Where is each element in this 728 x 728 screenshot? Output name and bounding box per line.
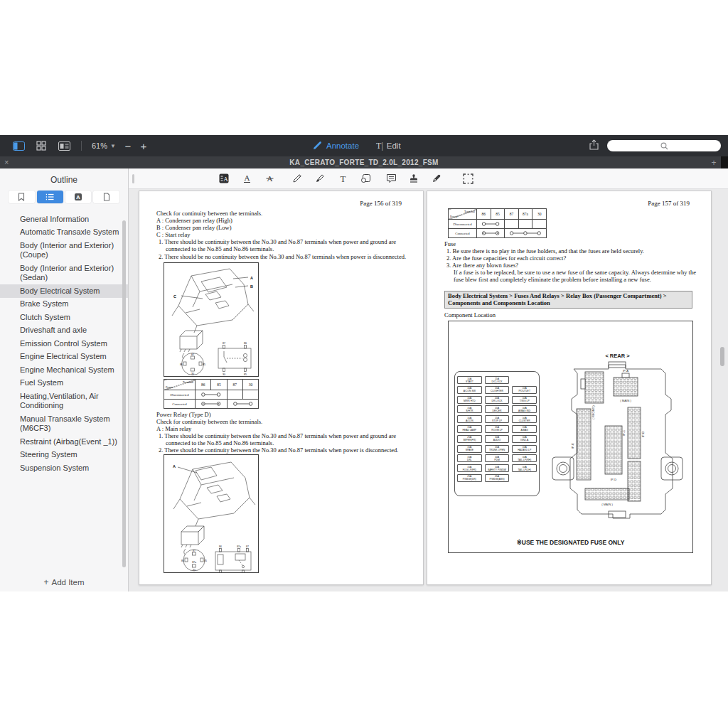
tab-outline[interactable] xyxy=(37,191,63,203)
svg-text:87: 87 xyxy=(246,545,249,548)
annotate-pen-icon xyxy=(313,141,323,150)
fuse-cell: 15AHAZARD LP xyxy=(512,445,537,453)
outline-item[interactable]: Automatic Transaxle System xyxy=(0,226,128,240)
tab-bookmarks[interactable] xyxy=(9,191,35,203)
fuse-cell: 15AS/HTR xyxy=(457,405,482,413)
svg-text:A: A xyxy=(173,464,176,469)
outline-item[interactable]: Restraint (Airbag(Event _1)) xyxy=(0,435,128,449)
search-input[interactable] xyxy=(607,140,721,151)
outline-item[interactable]: Brake System xyxy=(0,298,128,311)
svg-text:85: 85 xyxy=(203,363,205,366)
outline-item[interactable]: Body (Interior and Exterior) (Sedan) xyxy=(0,262,128,284)
new-tab-button[interactable]: + xyxy=(707,158,721,168)
fuse-cell: 15AROOM LP xyxy=(485,425,510,433)
zoom-out-button[interactable]: − xyxy=(120,140,136,152)
toolbar-divider xyxy=(81,141,82,151)
shapes-tool-button[interactable] xyxy=(358,171,373,186)
underline-tool-button[interactable]: A xyxy=(239,171,255,186)
outline-item[interactable]: General Information xyxy=(0,213,128,226)
annotation-badge-icon: A xyxy=(74,193,82,201)
pencil-tool-button[interactable] xyxy=(289,171,305,186)
component-location-label: Component Location xyxy=(444,311,496,318)
relay-location-diagram-1: A B C 87 xyxy=(164,262,259,377)
edit-mode-button[interactable]: T| Edit xyxy=(376,141,401,151)
main-content: Outline A General InformationAutomatic T… xyxy=(0,168,728,592)
relay-def-line: A : Condenser pan relay (High) xyxy=(156,217,410,224)
tab-close-button[interactable]: × xyxy=(4,156,9,168)
tab-bar-corner xyxy=(721,156,728,168)
outline-item[interactable]: Engine Electrical System xyxy=(0,350,128,364)
outline-item[interactable]: Manual Transaxle System (M6CF3) xyxy=(0,412,128,435)
outline-item[interactable]: Heating,Ventilation, Air Conditioning xyxy=(0,390,128,412)
outline-item[interactable]: Suspension System xyxy=(0,461,128,475)
outline-item[interactable]: Driveshaft and axle xyxy=(0,324,128,338)
outline-sidebar: Outline A General InformationAutomatic T… xyxy=(0,168,129,592)
svg-text:30: 30 xyxy=(191,373,194,375)
outline-item[interactable]: Steering System xyxy=(0,449,128,462)
reading-view-icon xyxy=(58,141,70,151)
tab-bar: × KA_CERATO_FORTE_TD_2.0L_2012_FSM + xyxy=(0,156,728,168)
add-item-button[interactable]: +Add Item xyxy=(0,577,128,587)
edit-label: Edit xyxy=(387,141,401,150)
outline-item[interactable]: Engine Mechanical System xyxy=(0,363,128,377)
pdf-page-157[interactable]: Page 157 of 319 TerminalPower 86 85 87 8… xyxy=(427,191,712,585)
fuse-cell: 10AA/CON SW xyxy=(457,386,482,394)
tab-title[interactable]: KA_CERATO_FORTE_TD_2.0L_2012_FSM xyxy=(289,159,438,166)
comment-tool-button[interactable] xyxy=(383,171,399,186)
svg-text:IP-C: IP-C xyxy=(622,430,626,436)
svg-text:87: 87 xyxy=(191,353,194,356)
highlight-icon: A xyxy=(219,173,229,183)
relay-diagram-2-art: A xyxy=(164,455,258,572)
annotate-mode-button[interactable]: Annotate xyxy=(313,141,359,150)
marker-tool-button[interactable] xyxy=(312,171,328,186)
zoom-in-button[interactable]: + xyxy=(136,140,151,152)
outline-item[interactable]: Clutch System xyxy=(0,311,128,324)
outline-list: General InformationAutomatic Transaxle S… xyxy=(0,213,128,475)
sidebar-scrollbar[interactable] xyxy=(122,220,126,567)
outline-item[interactable]: Body (Interior and Exterior) (Coupe) xyxy=(0,239,128,262)
svg-text:86: 86 xyxy=(219,545,222,548)
fuse-check-line: 1. Be sure there is no play in the fuse … xyxy=(446,247,699,255)
document-scrollbar[interactable] xyxy=(720,347,724,366)
panel-resize-handle[interactable] xyxy=(132,174,134,183)
tab-pages[interactable] xyxy=(93,191,119,203)
share-button[interactable] xyxy=(589,139,599,153)
zoom-level-dropdown[interactable]: 61% ▼ xyxy=(92,141,116,150)
step-line: 1. There should be continuity between th… xyxy=(159,238,410,252)
svg-text:30: 30 xyxy=(193,569,196,572)
svg-text:( MAIN ): ( MAIN ) xyxy=(601,503,613,506)
tab-annotations[interactable]: A xyxy=(65,191,92,203)
svg-text:85: 85 xyxy=(244,373,247,376)
text-tool-button[interactable]: T xyxy=(335,171,350,186)
reading-view-button[interactable] xyxy=(55,139,73,152)
signature-pen-icon xyxy=(432,173,441,183)
outline-item[interactable]: Body Electrical System xyxy=(0,284,128,298)
continuity-table-1: TerminalPower 86 85 87 30 Disconnected xyxy=(164,379,259,409)
fuse-cell: 15AD/CLOCK xyxy=(485,376,510,384)
svg-text:IP-D: IP-D xyxy=(611,478,616,481)
outline-item[interactable]: Emission Control System xyxy=(0,337,128,350)
stamp-tool-button[interactable] xyxy=(406,171,422,186)
svg-text:A: A xyxy=(250,276,253,280)
fuse-cell: 10AA/BAG IND xyxy=(512,405,537,413)
pdf-page-156[interactable]: Page 156 of 319 Check for continuity bet… xyxy=(139,191,424,585)
outline-item[interactable]: Fuel System xyxy=(0,377,128,390)
zoom-level-value: 61% xyxy=(92,141,107,150)
drawing-group: T xyxy=(289,168,373,188)
page-number-label: Page 156 of 319 xyxy=(360,200,402,207)
continuity-table-2: TerminalPower 86 85 87 87a 30 Disconnect… xyxy=(448,208,547,238)
svg-text:A: A xyxy=(244,173,250,182)
fuse-cell: 15ADRL xyxy=(457,454,482,462)
fuse-panel: 10ASTART10AA/CON SW10AMIRR HTD15AS/HTR10… xyxy=(454,371,540,496)
strikethrough-tool-button[interactable]: A xyxy=(262,171,277,186)
svg-text:A: A xyxy=(76,194,80,200)
fuse-cell: 10ASTART xyxy=(457,376,482,384)
pdf-viewer-window: 61% ▼ − + Annotate T| Edit × KA_CE xyxy=(0,135,728,592)
sidebar-toggle-button[interactable] xyxy=(10,139,27,152)
signature-tool-button[interactable] xyxy=(429,171,444,186)
thumbnails-view-button[interactable] xyxy=(33,139,50,152)
page-icon xyxy=(103,193,110,201)
fuse-cell: 15AHEAD LAMP xyxy=(457,425,482,433)
select-tool-button[interactable] xyxy=(460,171,476,186)
highlight-tool-button[interactable]: A xyxy=(216,171,232,186)
